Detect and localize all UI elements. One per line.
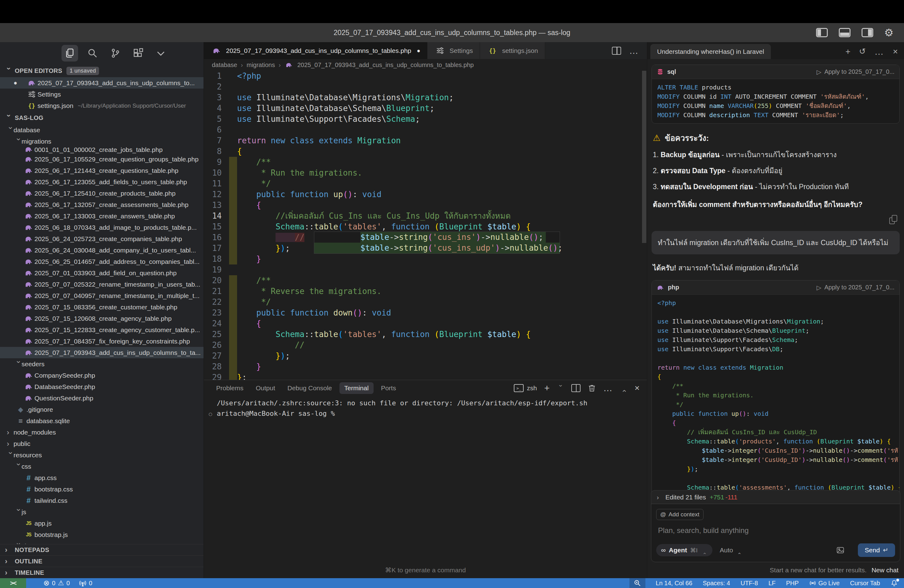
new-terminal-icon[interactable]: +	[544, 383, 550, 394]
tree-file-item[interactable]: #tailwind.css	[0, 495, 204, 506]
tree-file-item[interactable]: 2025_06_24_030048_add_company_id_to_user…	[0, 245, 204, 256]
eol-sequence[interactable]: LF	[768, 580, 776, 587]
tree-file-item[interactable]: 2025_06_17_123055_add_fields_to_users_ta…	[0, 176, 204, 188]
tree-file-item[interactable]: 2025_07_07_025322_rename_timestamp_in_us…	[0, 279, 204, 290]
chat-close-icon[interactable]: ×	[893, 47, 898, 57]
project-root-header[interactable]: › SAS-LOG	[0, 111, 204, 124]
panel-more-icon[interactable]: …	[603, 386, 613, 390]
tree-file-item[interactable]: 2025_07_15_120608_create_agency_table.ph…	[0, 313, 204, 324]
apply-button[interactable]: ▷Apply to 2025_07_17_0...	[817, 68, 895, 76]
tree-file-item[interactable]: 2025_07_15_122833_create_agency_customer…	[0, 324, 204, 335]
tree-file-item[interactable]: 2025_07_01_033903_add_field_on_question.…	[0, 267, 204, 279]
new-chat-link[interactable]: New chat	[871, 566, 898, 574]
terminal-output[interactable]: /Users/aritach/.zshrc:source:3: no such …	[204, 396, 647, 419]
tree-file-item[interactable]: ◆.gitignore	[0, 404, 204, 415]
breadcrumb-item[interactable]: database	[212, 62, 237, 69]
split-editor-icon[interactable]	[612, 47, 621, 55]
notepads-header[interactable]: › NOTEPADS	[0, 544, 204, 555]
tree-folder-item[interactable]: ›database	[0, 124, 204, 136]
kill-terminal-icon[interactable]	[588, 384, 596, 392]
toggle-left-sidebar-icon[interactable]	[816, 28, 828, 37]
tree-folder-item[interactable]: ›seeders	[0, 358, 204, 370]
panel-tab-terminal[interactable]: Terminal	[340, 382, 374, 394]
tree-file-item[interactable]: #bootstrap.css	[0, 484, 204, 495]
language-mode[interactable]: PHP	[786, 580, 798, 587]
indentation[interactable]: Spaces: 4	[703, 580, 730, 587]
tree-file-item[interactable]: 2025_06_17_125410_create_products_table.…	[0, 188, 204, 199]
chat-input-placeholder[interactable]: Plan, search, build anything	[658, 526, 893, 535]
search-icon[interactable]	[84, 45, 101, 62]
tree-file-item[interactable]: 2025_06_25_014657_add_address_to_compani…	[0, 256, 204, 267]
tree-folder-item[interactable]: ›resources	[0, 449, 204, 461]
breadcrumb-file[interactable]: 2025_07_17_093943_add_cus_ins_udp_column…	[297, 62, 474, 69]
tree-file-item[interactable]: 2025_07_17_084357_fix_foreign_key_constr…	[0, 335, 204, 347]
tree-folder-item[interactable]: ›css	[0, 461, 204, 472]
encoding[interactable]: UTF-8	[740, 580, 758, 587]
editor-scrollbar[interactable]	[642, 71, 646, 243]
tree-folder-item[interactable]: ›js	[0, 506, 204, 518]
code-editor[interactable]: 1<?php23use Illuminate\Database\Migratio…	[204, 71, 647, 380]
terminal-dropdown-icon[interactable]: ›	[558, 385, 564, 392]
tree-file-item[interactable]: 2025_06_17_133003_create_answers_table.p…	[0, 210, 204, 222]
add-context-chip[interactable]: @ Add context	[656, 509, 703, 520]
panel-tab-output[interactable]: Output	[251, 382, 280, 394]
tree-file-item[interactable]: 0001_01_01_000002_create_jobs_table.php	[0, 147, 204, 153]
tree-file-item[interactable]: CompanySeeder.php	[0, 370, 204, 381]
tree-file-item[interactable]: DatabaseSeeder.php	[0, 381, 204, 392]
panel-tab-ports[interactable]: Ports	[376, 382, 401, 394]
editor-tab[interactable]: Settings	[427, 42, 480, 59]
outline-header[interactable]: › OUTLINE	[0, 555, 204, 567]
tree-file-item[interactable]: ≡database.sqlite	[0, 415, 204, 427]
breadcrumb-item[interactable]: migrations	[247, 62, 275, 69]
chat-history-icon[interactable]: ↺	[859, 47, 866, 56]
breadcrumb[interactable]: database›migrations›2025_07_17_093943_ad…	[204, 59, 647, 71]
source-control-icon[interactable]	[107, 45, 123, 62]
tree-file-item[interactable]: 2025_06_17_105529_create_question_groups…	[0, 153, 204, 165]
tree-file-item[interactable]: 2025_06_17_132057_create_assessments_tab…	[0, 199, 204, 210]
tree-folder-item[interactable]: ›node_modules	[0, 427, 204, 438]
go-live-button[interactable]: Go Live	[809, 580, 840, 587]
tree-file-item[interactable]: 2025_06_17_121443_create_questions_table…	[0, 165, 204, 176]
panel-tab-debug-console[interactable]: Debug Console	[283, 382, 337, 394]
attach-image-icon[interactable]	[836, 546, 844, 554]
open-editors-header[interactable]: › OPEN EDITORS 1 unsaved	[0, 64, 204, 77]
tree-file-item[interactable]: JSapp.js	[0, 518, 204, 529]
apply-button[interactable]: ▷Apply to 2025_07_17_0...	[817, 284, 895, 291]
editor-tab[interactable]: {}settings.json	[480, 42, 545, 59]
toggle-bottom-panel-icon[interactable]	[839, 28, 850, 37]
timeline-header[interactable]: › TIMELINE	[0, 567, 204, 578]
panel-maximize-icon[interactable]: ›	[620, 385, 627, 392]
explorer-icon[interactable]	[62, 45, 78, 62]
chat-more-icon[interactable]: …	[874, 50, 884, 54]
copy-icon[interactable]	[889, 215, 897, 224]
tree-file-item[interactable]: 2025_07_07_040957_rename_timestamp_in_mu…	[0, 290, 204, 301]
tree-file-item[interactable]: 2025_06_18_070343_add_image_to_products_…	[0, 222, 204, 233]
tree-file-item[interactable]: QuestionSeeder.php	[0, 392, 204, 404]
tree-folder-item[interactable]: ›migrations	[0, 136, 204, 147]
tree-file-item[interactable]: #app.css	[0, 472, 204, 484]
cursor-position[interactable]: Ln 14, Col 66	[656, 580, 692, 587]
editor-tab[interactable]: 2025_07_17_093943_add_cus_ins_udp_column…	[204, 42, 427, 59]
inline-edit-suggestion[interactable]: $table->string('cus_ins')->nullable();$t…	[314, 232, 560, 254]
problems-status[interactable]: ⊗ 0 ⚠ 0	[43, 579, 70, 587]
panel-close-icon[interactable]: ×	[635, 383, 640, 393]
send-button[interactable]: Send↵	[858, 544, 895, 557]
chat-input-box[interactable]: @ Add context Plan, search, build anythi…	[651, 504, 900, 562]
screencast-zoom-indicator[interactable]	[629, 578, 645, 588]
toggle-right-sidebar-icon[interactable]	[861, 28, 873, 37]
notifications-bell[interactable]	[890, 579, 898, 587]
extensions-icon[interactable]	[130, 45, 146, 62]
editor-more-actions-icon[interactable]: …	[629, 49, 639, 52]
tree-file-item[interactable]: 2025_07_17_093943_add_cus_ins_udp_column…	[0, 347, 204, 358]
tree-folder-item[interactable]: ›public	[0, 438, 204, 449]
model-selector[interactable]: Auto ›	[720, 547, 742, 554]
shell-label[interactable]: zsh	[527, 384, 537, 392]
edited-files-bar[interactable]: › Edited 21 files +751-111	[651, 490, 900, 504]
new-chat-icon[interactable]: +	[845, 47, 850, 57]
remote-indicator[interactable]: ><	[0, 578, 26, 588]
tree-file-item[interactable]: JSbootstrap.js	[0, 529, 204, 541]
split-terminal-icon[interactable]	[571, 384, 580, 392]
open-editor-item[interactable]: Settings	[0, 89, 204, 100]
tree-file-item[interactable]: 2025_06_24_025723_create_companies_table…	[0, 233, 204, 245]
agent-mode-selector[interactable]: ∞ Agent ⌘I ›	[656, 544, 713, 556]
